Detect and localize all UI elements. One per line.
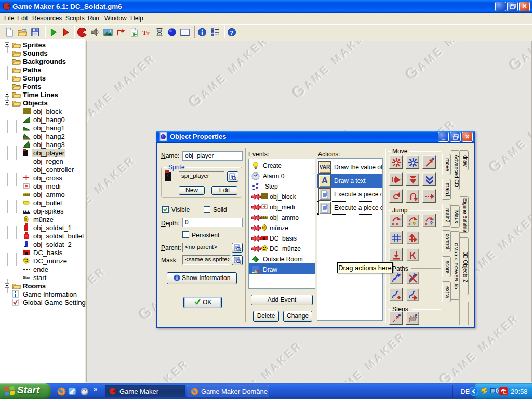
svg-text:?: ?: [230, 30, 233, 36]
svg-text:x: x: [392, 221, 394, 226]
svg-text:x: x: [396, 221, 398, 226]
svg-text:?: ?: [430, 221, 433, 226]
svg-text:K: K: [409, 250, 416, 260]
svg-text:x: x: [408, 221, 411, 226]
svg-text:T: T: [146, 30, 150, 36]
svg-text:x: x: [425, 221, 428, 226]
svg-text:Start: Start: [23, 276, 30, 280]
